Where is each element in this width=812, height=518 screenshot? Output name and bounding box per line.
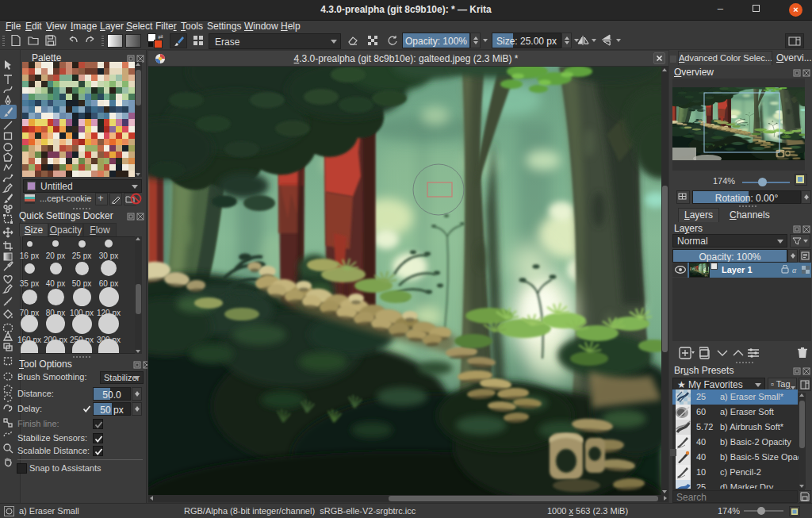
- svg-text:α: α: [792, 266, 797, 274]
